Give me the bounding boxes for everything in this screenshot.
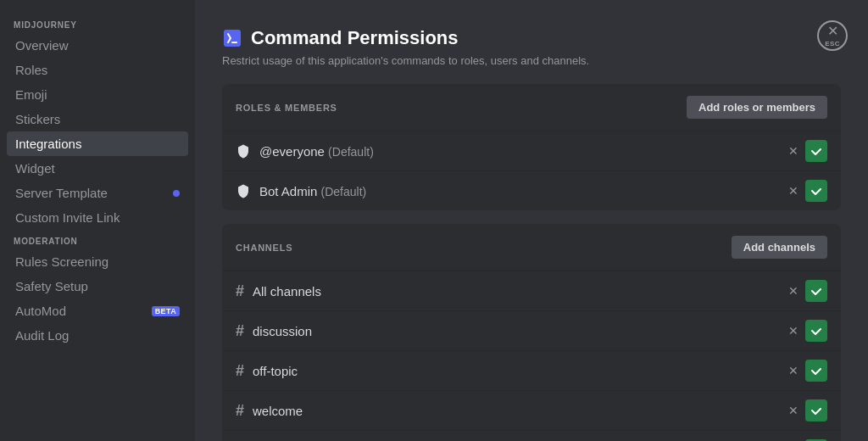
sidebar-item-label-overview: Overview — [15, 38, 69, 53]
close-icon: ✕ — [827, 25, 838, 38]
sidebar-item-label-rules-screening: Rules Screening — [15, 254, 108, 269]
bot-admin-row: Bot Admin (Default) ✕ — [222, 170, 841, 210]
sidebar-item-label-server-template: Server Template — [15, 186, 108, 200]
sidebar-item-automod[interactable]: AutoModBETA — [7, 299, 188, 323]
sidebar-item-emoji[interactable]: Emoji — [7, 82, 188, 107]
esc-label: ESC — [825, 40, 840, 47]
check-icon — [810, 365, 822, 377]
add-channels-button[interactable]: Add channels — [732, 236, 827, 259]
channel-row-welcome: # welcome ✕ — [222, 390, 841, 430]
channel-actions-welcome: ✕ — [788, 399, 827, 421]
roles-members-header: ROLES & MEMBERS Add roles or members — [222, 84, 841, 131]
channels-list: # All channels ✕ # discussion ✕ — [222, 271, 841, 441]
channel-check-button-all-channels[interactable] — [805, 280, 827, 302]
sidebar-section-moderation: MODERATION — [7, 230, 188, 249]
shield-icon-everyone — [236, 143, 251, 159]
sidebar-item-label-integrations: Integrations — [15, 137, 81, 151]
sidebar-item-label-emoji: Emoji — [15, 87, 47, 102]
sidebar-item-rules-screening[interactable]: Rules Screening — [7, 249, 188, 274]
bot-admin-actions: ✕ — [788, 180, 827, 202]
channel-actions-all-channels: ✕ — [788, 280, 827, 302]
shield-icon-bot-admin — [236, 183, 251, 198]
channel-row-off-topic: # off-topic ✕ — [222, 350, 841, 390]
sidebar-item-left-stickers: Stickers — [15, 112, 60, 126]
sidebar-item-left-overview: Overview — [15, 38, 69, 53]
channel-label-off-topic: off-topic — [253, 364, 298, 378]
sidebar-item-left-roles: Roles — [15, 63, 47, 77]
check-icon — [810, 405, 822, 416]
channel-remove-button-all-channels[interactable]: ✕ — [788, 284, 798, 298]
roles-members-card: ROLES & MEMBERS Add roles or members @ev… — [222, 84, 841, 210]
svg-rect-0 — [224, 30, 241, 47]
hash-icon-all-channels: # — [236, 282, 244, 300]
command-permissions-icon — [222, 28, 242, 48]
sidebar-item-label-roles: Roles — [15, 63, 47, 77]
sidebar-item-label-widget: Widget — [15, 161, 55, 176]
sidebar-item-left-automod: AutoMod — [15, 304, 66, 318]
sidebar-item-overview[interactable]: Overview — [7, 33, 188, 58]
sidebar-item-server-template[interactable]: Server Template — [7, 181, 188, 205]
sidebar-item-left-safety-setup: Safety Setup — [15, 279, 88, 293]
page-title: Command Permissions — [251, 27, 459, 49]
channel-row-discussion: # discussion ✕ — [222, 310, 841, 350]
sidebar-item-label-automod: AutoMod — [15, 304, 66, 318]
channels-header: CHANNELS Add channels — [222, 224, 841, 271]
everyone-check-button[interactable] — [805, 140, 827, 162]
sidebar-item-label-audit-log: Audit Log — [15, 328, 69, 343]
sidebar-item-label-custom-invite-link: Custom Invite Link — [15, 210, 120, 225]
sidebar-item-safety-setup[interactable]: Safety Setup — [7, 274, 188, 299]
channel-remove-button-off-topic[interactable]: ✕ — [788, 364, 798, 377]
channel-row-left-all-channels: # All channels — [236, 282, 321, 300]
close-button[interactable]: ✕ ESC — [817, 20, 848, 51]
channel-check-button-discussion[interactable] — [805, 320, 827, 342]
sidebar-item-left-emoji: Emoji — [15, 87, 47, 102]
channels-card: CHANNELS Add channels # All channels ✕ #… — [222, 224, 841, 441]
everyone-label: @everyone (Default) — [259, 144, 374, 159]
sidebar-item-widget[interactable]: Widget — [7, 156, 188, 181]
everyone-row: @everyone (Default) ✕ — [222, 131, 841, 170]
channel-label-discussion: discussion — [253, 324, 312, 338]
sidebar-section-midjourney: MIDJOURNEY — [7, 14, 188, 33]
channel-label-welcome: welcome — [253, 404, 303, 418]
sidebar-item-left-integrations: Integrations — [15, 137, 81, 151]
hash-icon-welcome: # — [236, 402, 244, 420]
everyone-actions: ✕ — [788, 140, 827, 162]
channel-remove-button-discussion[interactable]: ✕ — [788, 324, 798, 338]
hash-icon-discussion: # — [236, 322, 244, 340]
channel-row-all-channels: # All channels ✕ — [222, 271, 841, 310]
bot-admin-label: Bot Admin (Default) — [259, 184, 366, 198]
channel-label-all-channels: All channels — [253, 284, 321, 299]
sidebar-item-custom-invite-link[interactable]: Custom Invite Link — [7, 205, 188, 230]
channel-check-button-welcome[interactable] — [805, 399, 827, 421]
bot-admin-check-button[interactable] — [805, 180, 827, 202]
sidebar-item-left-widget: Widget — [15, 161, 55, 176]
sidebar-item-label-stickers: Stickers — [15, 112, 60, 126]
page-description: Restrict usage of this application's com… — [222, 54, 841, 67]
check-icon — [810, 145, 822, 157]
check-icon — [810, 325, 822, 337]
sidebar-item-left-audit-log: Audit Log — [15, 328, 69, 343]
channel-actions-off-topic: ✕ — [788, 360, 827, 382]
sidebar: MIDJOURNEYOverviewRolesEmojiStickersInte… — [0, 0, 195, 441]
roles-members-list: @everyone (Default) ✕ — [222, 131, 841, 210]
everyone-remove-button[interactable]: ✕ — [788, 144, 798, 158]
channel-check-button-off-topic[interactable] — [805, 360, 827, 382]
sidebar-item-stickers[interactable]: Stickers — [7, 107, 188, 131]
channel-actions-discussion: ✕ — [788, 320, 827, 342]
sidebar-item-left-rules-screening: Rules Screening — [15, 254, 108, 269]
sidebar-item-integrations[interactable]: Integrations — [7, 131, 188, 156]
hash-icon-off-topic: # — [236, 362, 244, 380]
channel-row-left-off-topic: # off-topic — [236, 362, 298, 380]
page-header: Command Permissions — [222, 27, 841, 49]
bot-admin-row-left: Bot Admin (Default) — [236, 183, 366, 198]
main-content: ✕ ESC Command Permissions Restrict usage… — [195, 0, 868, 441]
roles-members-label: ROLES & MEMBERS — [236, 103, 337, 113]
sidebar-item-audit-log[interactable]: Audit Log — [7, 323, 188, 348]
bot-admin-remove-button[interactable]: ✕ — [788, 184, 798, 198]
channels-label: CHANNELS — [236, 243, 292, 253]
channel-remove-button-welcome[interactable]: ✕ — [788, 404, 798, 417]
add-roles-button[interactable]: Add roles or members — [687, 96, 827, 119]
channel-row-left-welcome: # welcome — [236, 402, 303, 420]
sidebar-item-left-custom-invite-link: Custom Invite Link — [15, 210, 120, 225]
sidebar-item-roles[interactable]: Roles — [7, 58, 188, 82]
